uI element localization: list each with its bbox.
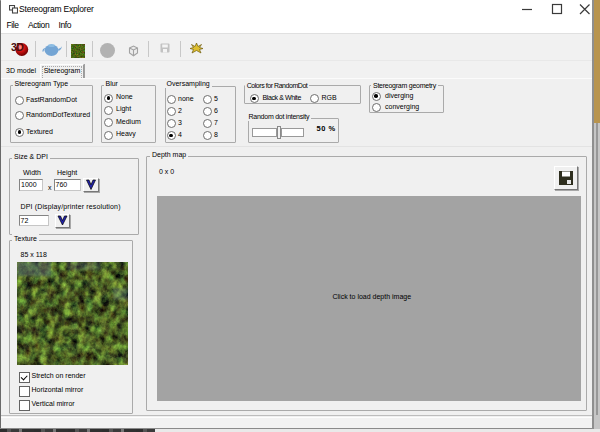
svg-text:3D: 3D xyxy=(11,41,24,53)
